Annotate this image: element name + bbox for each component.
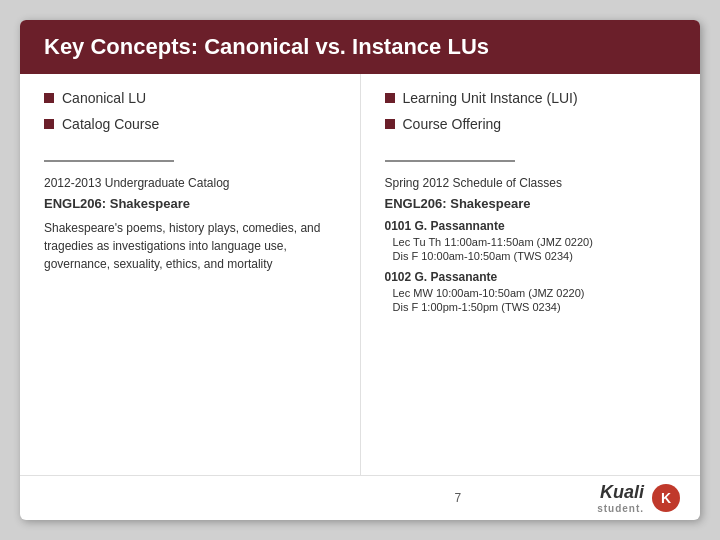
- section-row-0-1: Dis F 10:00am-10:50am (TWS 0234): [393, 250, 677, 262]
- right-bullet-list: Learning Unit Instance (LUI) Course Offe…: [385, 90, 677, 142]
- right-course-code: ENGL206: Shakespeare: [385, 196, 677, 211]
- slide-footer: 7 Kuali student. K: [20, 475, 700, 520]
- logo: Kuali student. K: [597, 482, 680, 514]
- slide-content: Canonical LU Catalog Course 2012-2013 Un…: [20, 74, 700, 475]
- page-number: 7: [319, 491, 598, 505]
- section-row-0-0: Lec Tu Th 11:00am-11:50am (JMZ 0220): [393, 236, 677, 248]
- left-bullet-1: Canonical LU: [44, 90, 336, 106]
- left-bullet-2: Catalog Course: [44, 116, 336, 132]
- left-course-code: ENGL206: Shakespeare: [44, 196, 336, 211]
- slide-title: Key Concepts: Canonical vs. Instance LUs: [44, 34, 489, 59]
- slide: Key Concepts: Canonical vs. Instance LUs…: [20, 20, 700, 520]
- left-catalog-label: 2012-2013 Undergraduate Catalog: [44, 176, 336, 190]
- right-column: Learning Unit Instance (LUI) Course Offe…: [361, 74, 701, 475]
- right-bullet-2: Course Offering: [385, 116, 677, 132]
- left-divider: [44, 160, 174, 162]
- logo-text: Kuali: [600, 482, 644, 503]
- right-bullet-1: Learning Unit Instance (LUI): [385, 90, 677, 106]
- logo-icon: K: [652, 484, 680, 512]
- left-course-desc: Shakespeare's poems, history plays, come…: [44, 219, 336, 273]
- bullet-square-icon: [385, 93, 395, 103]
- left-column: Canonical LU Catalog Course 2012-2013 Un…: [20, 74, 361, 475]
- left-bullet-list: Canonical LU Catalog Course: [44, 90, 336, 142]
- right-divider: [385, 160, 515, 162]
- bullet-square-icon: [44, 93, 54, 103]
- bullet-square-icon: [385, 119, 395, 129]
- section-code-0: 0101 G. Passannante: [385, 219, 677, 233]
- section-block-0: 0101 G. PassannanteLec Tu Th 11:00am-11:…: [385, 219, 677, 262]
- section-block-1: 0102 G. PassananteLec MW 10:00am-10:50am…: [385, 270, 677, 313]
- right-catalog-label: Spring 2012 Schedule of Classes: [385, 176, 677, 190]
- section-row-1-0: Lec MW 10:00am-10:50am (JMZ 0220): [393, 287, 677, 299]
- sections-container: 0101 G. PassannanteLec Tu Th 11:00am-11:…: [385, 219, 677, 321]
- slide-header: Key Concepts: Canonical vs. Instance LUs: [20, 20, 700, 74]
- bullet-square-icon: [44, 119, 54, 129]
- logo-sub: student.: [597, 503, 644, 514]
- section-code-1: 0102 G. Passanante: [385, 270, 677, 284]
- section-row-1-1: Dis F 1:00pm-1:50pm (TWS 0234): [393, 301, 677, 313]
